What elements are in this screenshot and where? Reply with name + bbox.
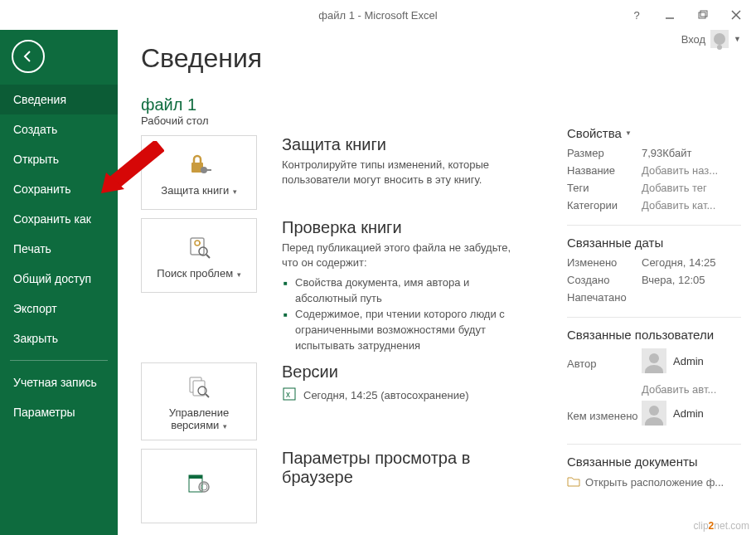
protect-section-title: Защита книги: [282, 135, 522, 154]
back-button[interactable]: [12, 40, 45, 73]
date-created-label: Создано: [567, 274, 642, 286]
sidebar-item-export[interactable]: Экспорт: [0, 294, 118, 323]
close-button[interactable]: [721, 3, 751, 27]
related-docs-header: Связанные документы: [567, 444, 741, 469]
sidebar-item-options[interactable]: Параметры: [0, 397, 118, 427]
inspect-bullet: Свойства документа, имя автора и абсолют…: [282, 275, 522, 307]
chevron-down-icon: ▾: [235, 270, 241, 279]
browser-view-icon: [185, 469, 213, 499]
excel-file-icon: x: [282, 387, 297, 404]
svg-rect-2: [700, 11, 707, 17]
svg-text:x: x: [286, 390, 290, 399]
protect-section-desc: Контролируйте типы изменений, которые по…: [282, 158, 522, 187]
prop-categories-label: Категории: [567, 199, 642, 212]
author-label: Автор: [567, 357, 642, 370]
related-users-header: Связанные пользователи: [567, 317, 741, 342]
svg-line-11: [206, 255, 210, 258]
versions-section-title: Версии: [282, 362, 522, 382]
prop-categories-value[interactable]: Добавить кат...: [642, 199, 715, 212]
sidebar-item-save-as[interactable]: Сохранить как: [0, 204, 118, 234]
backstage-sidebar: Сведения Создать Открыть Сохранить Сохра…: [0, 30, 118, 535]
user-avatar-icon: [642, 348, 666, 373]
protect-workbook-button[interactable]: Защита книги ▾: [141, 135, 257, 210]
watermark: clip2net.com: [694, 520, 749, 532]
sidebar-item-open[interactable]: Открыть: [0, 144, 118, 174]
chevron-down-icon: ▾: [230, 187, 237, 196]
sidebar-separator: [10, 360, 108, 361]
chevron-down-icon: ▾: [220, 422, 227, 430]
sidebar-item-close[interactable]: Закрыть: [0, 323, 118, 353]
sidebar-item-account[interactable]: Учетная запись: [0, 367, 118, 397]
author-name: Admin: [673, 355, 704, 367]
date-created-value: Вчера, 12:05: [642, 274, 705, 286]
svg-line-15: [206, 394, 209, 397]
inspect-section-title: Проверка книги: [282, 218, 522, 237]
file-name: файл 1: [141, 95, 734, 114]
inspect-bullet: Содержимое, при чтении которого люди с о…: [282, 307, 522, 354]
help-button[interactable]: ?: [622, 3, 652, 27]
inspect-icon: [185, 232, 213, 262]
date-modified-label: Изменено: [567, 256, 642, 269]
svg-rect-19: [189, 475, 202, 479]
date-printed-label: Напечатано: [567, 291, 642, 304]
file-path: Рабочий стол: [141, 114, 734, 127]
inspect-section-desc: Перед публикацией этого файла не забудьт…: [282, 241, 522, 270]
sidebar-item-save[interactable]: Сохранить: [0, 174, 118, 204]
browser-view-section-title: Параметры просмотра в браузере: [282, 449, 522, 487]
user-avatar-icon: [642, 401, 666, 426]
prop-size-label: Размер: [567, 147, 642, 159]
properties-header[interactable]: Свойства ▼: [567, 126, 741, 140]
svg-point-6: [201, 167, 207, 173]
sidebar-item-new[interactable]: Создать: [0, 114, 118, 144]
prop-tags-value[interactable]: Добавить тег: [642, 182, 707, 194]
window-title: файл 1 - Microsoft Excel: [318, 9, 437, 22]
chevron-down-icon: ▼: [625, 129, 632, 137]
folder-icon: [567, 475, 580, 489]
sidebar-item-info[interactable]: Сведения: [0, 85, 118, 114]
page-title: Сведения: [141, 43, 734, 74]
modified-by-name: Admin: [673, 407, 704, 420]
open-file-location-link[interactable]: Открыть расположение ф...: [567, 475, 741, 489]
add-author-link[interactable]: Добавить авт...: [642, 383, 716, 396]
sidebar-item-print[interactable]: Печать: [0, 234, 118, 264]
restore-button[interactable]: [688, 3, 718, 27]
sidebar-item-share[interactable]: Общий доступ: [0, 264, 118, 294]
modified-by-label: Кем изменено: [567, 410, 642, 422]
browser-view-options-button[interactable]: [141, 449, 257, 523]
version-entry[interactable]: x Сегодня, 14:25 (автосохранение): [282, 387, 522, 404]
prop-title-label: Название: [567, 164, 642, 177]
prop-size-value: 7,93Кбайт: [642, 147, 691, 159]
related-dates-header: Связанные даты: [567, 225, 741, 250]
properties-panel: Свойства ▼ Размер 7,93Кбайт Название Доб…: [567, 126, 741, 489]
prop-title-value[interactable]: Добавить наз...: [642, 164, 718, 177]
manage-versions-button[interactable]: Управление версиями ▾: [141, 362, 257, 440]
lock-icon: [185, 149, 213, 179]
versions-icon: [185, 372, 213, 401]
date-modified-value: Сегодня, 14:25: [642, 256, 716, 269]
minimize-button[interactable]: [655, 3, 685, 27]
check-for-issues-button[interactable]: Поиск проблем ▾: [141, 218, 257, 293]
prop-tags-label: Теги: [567, 182, 642, 194]
svg-rect-7: [206, 169, 211, 171]
svg-rect-1: [699, 12, 705, 18]
